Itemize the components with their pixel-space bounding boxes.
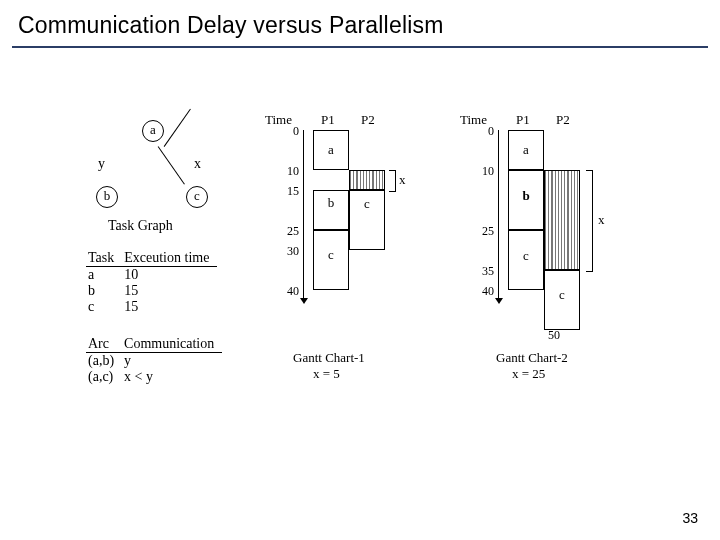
g2-caption: Gantt Chart-2 — [496, 350, 568, 366]
g2-x-label: x — [598, 212, 605, 228]
g2-tick-40: 40 — [474, 284, 494, 299]
g1-time-axis — [303, 130, 304, 302]
g1-p2: P2 — [361, 112, 375, 128]
g1-tick-0: 0 — [279, 124, 299, 139]
g2-x-bracket — [586, 170, 593, 272]
g2-subcaption: x = 25 — [512, 366, 545, 382]
edge-ab — [164, 109, 191, 147]
g2-bar-a: a — [508, 130, 544, 170]
g1-bar-c-p2: c — [349, 190, 385, 250]
g2-bar-c-p1: c — [508, 230, 544, 290]
edge-label-y: y — [98, 156, 105, 172]
g1-bar-b: b — [313, 190, 349, 230]
g1-bar-a: a — [313, 130, 349, 170]
exec-r1c1: 15 — [122, 283, 217, 299]
arc-r0c1: y — [122, 353, 222, 370]
g2-p2: P2 — [556, 112, 570, 128]
arc-r1c0: (a,c) — [86, 369, 122, 385]
exec-hdr-time: Exceution time — [122, 250, 217, 267]
exec-r2c0: c — [86, 299, 122, 315]
arc-table-body: ArcCommunication (a,b)y (a,c)x < y — [86, 336, 222, 385]
node-b: b — [96, 186, 118, 208]
g2-tick-35: 35 — [474, 264, 494, 279]
page-title: Communication Delay versus Parallelism — [18, 12, 444, 39]
exec-table: TaskExceution time a10 b15 c15 — [86, 250, 217, 315]
task-graph: a b c y x Task Graph — [90, 120, 230, 240]
arc-hdr-arc: Arc — [86, 336, 122, 353]
g2-bar-c-p2: c — [544, 270, 580, 330]
g1-tick-30: 30 — [279, 244, 299, 259]
g2-tick-50: 50 — [540, 328, 560, 343]
g2-bar-b: b — [508, 170, 544, 230]
edge-label-x: x — [194, 156, 201, 172]
arc-r1c1: x < y — [122, 369, 222, 385]
g2-tick-10: 10 — [474, 164, 494, 179]
g1-tick-40: 40 — [279, 284, 299, 299]
title-rule — [12, 46, 708, 48]
g1-p1: P1 — [321, 112, 335, 128]
gantt-chart-1: Time P1 P2 0 10 15 25 30 40 a b c c x Ga… — [265, 112, 465, 402]
g2-p1: P1 — [516, 112, 530, 128]
exec-r0c1: 10 — [122, 267, 217, 284]
g1-x-bracket — [389, 170, 396, 192]
g1-subcaption: x = 5 — [313, 366, 340, 382]
g2-time-axis — [498, 130, 499, 302]
arc-r0c0: (a,b) — [86, 353, 122, 370]
g1-tick-15: 15 — [279, 184, 299, 199]
g1-caption: Gantt Chart-1 — [293, 350, 365, 366]
g1-tick-25: 25 — [279, 224, 299, 239]
node-c: c — [186, 186, 208, 208]
exec-r1c0: b — [86, 283, 122, 299]
exec-table-body: TaskExceution time a10 b15 c15 — [86, 250, 217, 315]
exec-r2c1: 15 — [122, 299, 217, 315]
g1-tick-10: 10 — [279, 164, 299, 179]
arc-table: ArcCommunication (a,b)y (a,c)x < y — [86, 336, 222, 385]
g1-x-label: x — [399, 172, 406, 188]
g1-bar-c-p1: c — [313, 230, 349, 290]
task-graph-caption: Task Graph — [108, 218, 173, 234]
exec-hdr-task: Task — [86, 250, 122, 267]
edge-ac — [158, 146, 185, 184]
g2-tick-25: 25 — [474, 224, 494, 239]
g1-bar-comm — [349, 170, 385, 190]
slide: Communication Delay versus Parallelism a… — [0, 0, 720, 540]
page-number: 33 — [682, 510, 698, 526]
gantt-chart-2: Time P1 P2 0 10 25 35 40 50 a b c c x Ga… — [460, 112, 670, 402]
node-a: a — [142, 120, 164, 142]
exec-r0c0: a — [86, 267, 122, 284]
g2-bar-comm — [544, 170, 580, 270]
g2-tick-0: 0 — [474, 124, 494, 139]
arc-hdr-comm: Communication — [122, 336, 222, 353]
